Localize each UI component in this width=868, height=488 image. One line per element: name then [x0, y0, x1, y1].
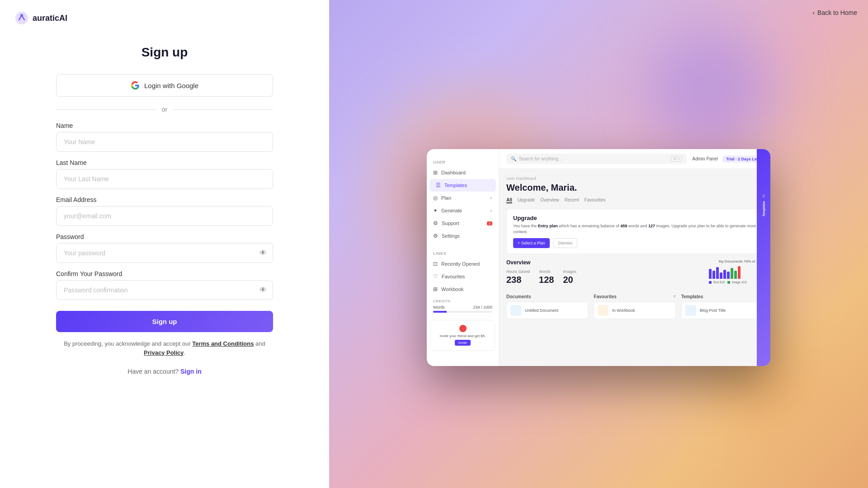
doc-item-2[interactable]: In Workbook — [594, 302, 675, 319]
chart-bar-7 — [731, 268, 733, 279]
legend-dot-text — [709, 281, 712, 284]
sidebar-item-plan[interactable]: ◎ Plan ∨ — [427, 192, 499, 204]
invite-button[interactable]: Invite — [455, 340, 471, 346]
password-field-group: Password 👁 — [56, 233, 273, 263]
name-input[interactable] — [56, 132, 273, 152]
signin-text: Have an account? Sign in — [127, 368, 201, 375]
stat-words: Words 128 — [539, 269, 554, 285]
tab-recent[interactable]: Recent — [565, 197, 579, 203]
mockup-inner: USER ⊞ Dashboard ☰ Templates ◎ Plan ∨ ✦ … — [427, 149, 770, 366]
confirm-toggle-icon[interactable]: 👁 — [259, 286, 267, 294]
name-label: Name — [56, 122, 273, 129]
docs-col-favourites: Favourites ∨ In Workbook — [594, 294, 675, 321]
back-to-home-link[interactable]: ‹ Back to Home — [812, 9, 857, 16]
topbar-right: Admin Panel Trial · 2 Days Left — [692, 155, 763, 163]
password-label: Password — [56, 233, 273, 240]
sidebar-item-favourites[interactable]: ♡ Favourites — [427, 270, 499, 283]
search-icon: 🔍 — [511, 156, 516, 161]
doc-text-3: Blog Post Title — [700, 308, 726, 313]
legend-dot-image — [727, 281, 730, 284]
confirm-password-field-group: Confirm Your Password 👁 — [56, 270, 273, 300]
doc-icon-2 — [598, 305, 609, 316]
docs-col-favourites-title: Favourites ∨ — [594, 294, 675, 299]
divider-text: or — [156, 106, 173, 113]
stat-hours-value: 238 — [506, 275, 530, 285]
doc-item-3[interactable]: Blog Post Title — [681, 302, 763, 319]
credits-bar — [433, 311, 492, 313]
google-login-button[interactable]: Login with Google — [56, 74, 273, 97]
mockup-sidebar: USER ⊞ Dashboard ☰ Templates ◎ Plan ∨ ✦ … — [427, 149, 499, 366]
svg-point-0 — [15, 12, 28, 24]
svg-point-1 — [20, 14, 23, 17]
last-name-label: Last Name — [56, 159, 273, 166]
sidebar-item-workbook[interactable]: ⊞ Workbook — [427, 283, 499, 296]
mockup-topbar: 🔍 Search for anything... ⌘ K Admin Panel… — [499, 149, 770, 169]
chart-bars — [709, 265, 763, 279]
doc-icon-3 — [685, 305, 696, 316]
breadcrumb: User Dashboard — [506, 176, 763, 181]
documents-title: Documents — [506, 294, 531, 299]
confirm-password-input-wrapper: 👁 — [56, 280, 273, 300]
email-input[interactable] — [56, 206, 273, 226]
tab-upgrade[interactable]: Upgrade — [518, 197, 535, 203]
chart-bar-2 — [712, 271, 715, 279]
select-plan-button[interactable]: + Select a Plan — [513, 238, 550, 248]
signin-link[interactable]: Sign in — [180, 368, 202, 375]
confirm-password-label: Confirm Your Password — [56, 270, 273, 277]
signup-button[interactable]: Sign up — [56, 311, 273, 332]
admin-panel-label: Admin Panel — [692, 156, 718, 161]
chart-bar-6 — [727, 272, 730, 279]
tab-all[interactable]: All — [506, 197, 512, 203]
search-bar[interactable]: 🔍 Search for anything... ⌘ K — [506, 154, 687, 164]
strip-item-1: To — [762, 194, 765, 197]
stat-images: Images 20 — [563, 269, 576, 285]
sidebar-item-templates[interactable]: ☰ Templates — [429, 179, 496, 192]
templates-col-title: Templates — [681, 294, 703, 299]
chart-bar-4 — [720, 272, 722, 279]
password-input-wrapper: 👁 — [56, 243, 273, 263]
upgrade-title: Upgrade — [513, 215, 756, 221]
upgrade-card: Upgrade You have the Entry plan which ha… — [506, 209, 763, 254]
chart-bar-5 — [723, 270, 726, 279]
page-title: Sign up — [142, 45, 188, 60]
mockup-content: User Dashboard Welcome, Maria. All Upgra… — [499, 169, 770, 366]
chart-bar-9 — [738, 266, 741, 279]
password-input[interactable] — [56, 243, 273, 263]
sidebar-item-dashboard[interactable]: ⊞ Dashboard — [427, 166, 499, 179]
support-badge: 3 — [487, 221, 492, 225]
search-shortcut: ⌘ K — [671, 156, 683, 162]
password-toggle-icon[interactable]: 👁 — [259, 249, 267, 257]
privacy-link[interactable]: Privacy Policy — [144, 349, 184, 356]
sidebar-support-label: Support — [442, 221, 459, 226]
doc-item-1[interactable]: Untitled Document — [506, 302, 588, 319]
sidebar-item-support[interactable]: ⚙ Support 3 — [427, 217, 499, 230]
tab-overview[interactable]: Overview — [540, 197, 559, 203]
google-login-label: Login with Google — [144, 82, 198, 89]
sidebar-favourites-label: Favourites — [442, 274, 465, 279]
confirm-password-input[interactable] — [56, 280, 273, 300]
stat-words-label: Words — [539, 269, 554, 274]
terms-link[interactable]: Terms and Conditions — [192, 340, 254, 347]
chevron-left-icon: ‹ — [812, 9, 815, 16]
stat-hours-label: Hours Saved — [506, 269, 530, 274]
stat-hours: Hours Saved 238 — [506, 269, 530, 285]
doc-text-2: In Workbook — [612, 308, 635, 313]
dismiss-button[interactable]: Dismiss — [553, 238, 578, 248]
affiliation-icon — [459, 325, 467, 332]
legend-image: Image 415 — [727, 281, 746, 284]
favourites-chevron-icon: ∨ — [673, 294, 676, 299]
last-name-input[interactable] — [56, 169, 273, 189]
tab-favourites[interactable]: Favourites — [585, 197, 606, 203]
divider: or — [56, 106, 273, 113]
sidebar-item-generate[interactable]: ✦ Generate ∨ — [427, 204, 499, 217]
app-mockup: USER ⊞ Dashboard ☰ Templates ◎ Plan ∨ ✦ … — [427, 149, 770, 366]
logo-area: auraticAI — [0, 0, 329, 36]
docs-col-title: Documents — [506, 294, 588, 299]
google-icon — [131, 81, 140, 90]
logo-text: auraticAI — [33, 14, 67, 23]
sidebar-item-settings[interactable]: ⚙ Settings — [427, 230, 499, 242]
upgrade-desc: You have the Entry plan which has a rema… — [513, 223, 756, 235]
back-to-home-label: Back to Home — [817, 9, 857, 16]
sidebar-item-recently-opened[interactable]: ⊡ Recently Opened — [427, 258, 499, 270]
logo-icon — [14, 11, 29, 25]
